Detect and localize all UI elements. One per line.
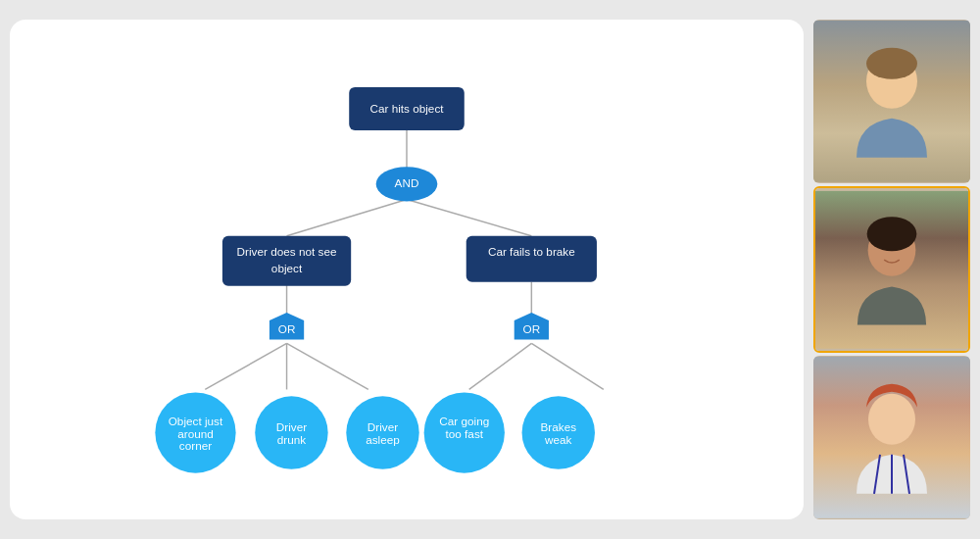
leaf4-line1: Car going [439,415,489,427]
video-2-placeholder [815,188,968,352]
leaf1-line2: around [177,427,214,440]
svg-line-8 [469,343,532,389]
leaf3-line2: asleep [366,433,400,446]
leaf5-line1: Brakes [540,420,576,433]
svg-line-4 [205,343,286,389]
video-1-placeholder [813,20,970,183]
video-participant-3[interactable] [813,356,970,519]
diagram-panel: Car hits object AND Driver does not see … [10,20,804,519]
video-panel [813,20,970,519]
svg-line-1 [287,199,407,235]
video-3-placeholder [813,356,970,519]
left-label-line1: Driver does not see [237,245,337,258]
video-participant-2[interactable] [813,186,970,354]
svg-point-13 [866,48,917,79]
and-label: AND [395,176,419,189]
leaf5-line2: weak [544,433,572,446]
svg-line-6 [287,343,368,389]
video-participant-1[interactable] [813,20,970,183]
leaf1-line1: Object just [169,415,223,427]
root-label: Car hits object [369,102,444,115]
main-container: Car hits object AND Driver does not see … [10,15,970,524]
leaf4-line2: too fast [446,427,484,440]
right-label-line1: Car fails to brake [488,245,575,258]
leaf1-line3: corner [179,439,212,452]
tree-diagram: Car hits object AND Driver does not see … [74,34,740,505]
right-node [466,236,597,282]
leaf2-line1: Driver [276,420,307,433]
svg-point-16 [867,217,917,251]
svg-point-18 [868,394,915,445]
svg-line-9 [531,343,603,389]
left-label-line2: object [271,262,303,274]
or-right-label: OR [523,322,541,335]
leaf2-line2: drunk [277,433,307,446]
svg-line-2 [407,199,531,235]
leaf3-line1: Driver [368,420,398,433]
or-left-label: OR [278,322,296,335]
